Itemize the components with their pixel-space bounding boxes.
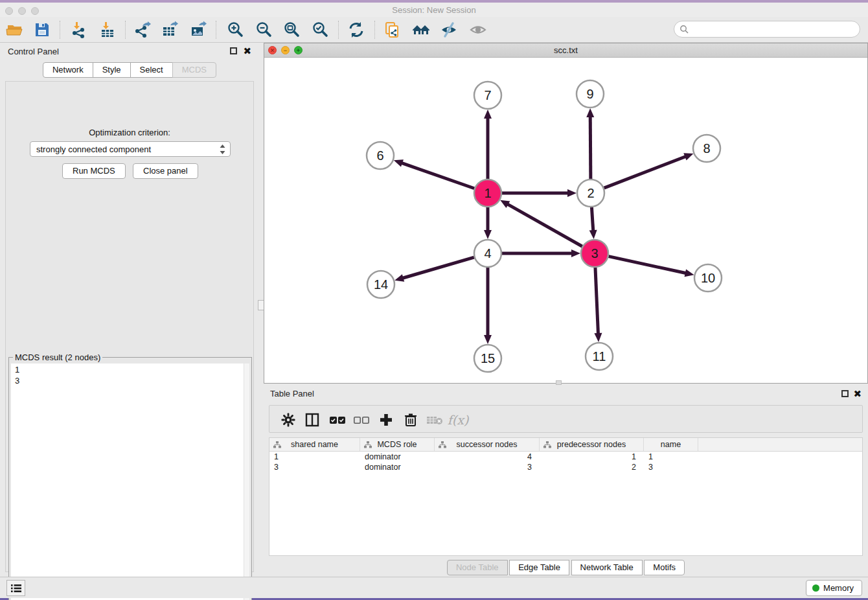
clone-network-icon[interactable]: [383, 20, 402, 40]
graph-node-label: 15: [481, 351, 495, 365]
graph-edge-2-8[interactable]: [604, 153, 694, 188]
memory-button[interactable]: Memory: [806, 580, 862, 596]
export-image-icon[interactable]: [188, 20, 208, 40]
tab-network[interactable]: Network: [43, 62, 93, 78]
column-header-mcds-role[interactable]: MCDS role: [360, 438, 435, 451]
graph-node-11[interactable]: 11: [586, 343, 613, 370]
graph-node-label: 7: [484, 88, 491, 102]
deselect-all-icon[interactable]: [352, 410, 371, 430]
refresh-layout-icon[interactable]: [347, 20, 366, 40]
mcds-result-group: MCDS result (2 nodes) 1 3: [8, 357, 252, 600]
edge-arrowhead: [683, 153, 693, 160]
import-table-icon[interactable]: [98, 20, 117, 40]
graph-edge-3-10[interactable]: [608, 257, 694, 277]
control-panel-float-icon[interactable]: [230, 47, 237, 54]
table-cell[interactable]: dominator: [360, 462, 435, 472]
table-cell[interactable]: 3: [269, 462, 360, 472]
graph-node-7[interactable]: 7: [474, 82, 501, 109]
select-all-icon[interactable]: [328, 410, 347, 430]
graph-node-9[interactable]: 9: [577, 80, 604, 108]
graph-edge-2-3[interactable]: [589, 207, 597, 239]
edge-arrowhead: [589, 230, 597, 239]
table-panel-float-icon[interactable]: [841, 390, 849, 397]
column-header-shared-name[interactable]: shared name: [269, 438, 360, 451]
table-cell[interactable]: 3: [644, 462, 698, 472]
network-canvas[interactable]: 7968124314101511: [264, 58, 867, 383]
control-panel-title: Control Panel: [8, 47, 59, 56]
tab-mcds[interactable]: MCDS: [172, 62, 216, 78]
close-panel-button[interactable]: Close panel: [133, 163, 198, 179]
graph-edge-3-1[interactable]: [500, 200, 582, 246]
graph-edge-1-6[interactable]: [394, 159, 474, 189]
graph-node-4[interactable]: 4: [474, 240, 501, 267]
table-row[interactable]: 3dominator323: [269, 462, 862, 472]
run-mcds-button[interactable]: Run MCDS: [62, 163, 126, 179]
graph-node-label: 9: [586, 87, 593, 101]
column-header-name[interactable]: name: [644, 438, 698, 451]
tab-node-table[interactable]: Node Table: [447, 560, 508, 575]
save-session-icon[interactable]: [32, 20, 52, 40]
toolbar-separator: [374, 21, 375, 39]
zoom-out-icon[interactable]: [254, 20, 273, 40]
graph-edge-1-4[interactable]: [484, 207, 492, 239]
graph-node-3[interactable]: 3: [581, 240, 608, 267]
hide-eye-icon[interactable]: [439, 20, 459, 40]
control-panel-close-icon[interactable]: ✖: [243, 47, 251, 54]
graph-node-10[interactable]: 10: [694, 264, 722, 292]
graph-node-8[interactable]: 8: [693, 135, 720, 162]
table-cell[interactable]: dominator: [360, 452, 435, 462]
pane-divider-handle-horizontal[interactable]: [556, 380, 562, 385]
export-table-icon[interactable]: [160, 20, 179, 40]
column-header-predecessor-nodes[interactable]: predecessor nodes: [540, 438, 644, 451]
graph-edge-2-9[interactable]: [586, 108, 594, 179]
graph-edge-1-7[interactable]: [484, 110, 492, 179]
mcds-result-scrollbar[interactable]: [244, 363, 249, 600]
column-view-icon[interactable]: [303, 410, 322, 430]
edge-arrowhead: [484, 110, 492, 119]
graph-node-label: 4: [484, 246, 491, 260]
network-window-titlebar[interactable]: ✕ − + scc.txt: [264, 43, 867, 58]
table-cell[interactable]: 1: [540, 452, 644, 462]
tab-select[interactable]: Select: [130, 62, 173, 78]
table-cell[interactable]: 2: [540, 462, 644, 472]
import-network-icon[interactable]: [69, 20, 88, 40]
table-row[interactable]: 1dominator411: [269, 452, 862, 462]
graph-node-6[interactable]: 6: [367, 142, 394, 169]
edge-arrowhead: [685, 269, 694, 277]
graph-node-1[interactable]: 1: [474, 179, 501, 207]
task-history-button[interactable]: [6, 580, 25, 596]
table-cell[interactable]: 3: [435, 462, 540, 472]
mcds-result-textarea[interactable]: 1 3: [11, 363, 244, 600]
zoom-fit-icon[interactable]: [282, 20, 301, 40]
graph-edge-3-11[interactable]: [594, 268, 602, 342]
show-eye-icon[interactable]: [468, 20, 488, 40]
home-icon[interactable]: [411, 20, 431, 40]
delete-column-icon[interactable]: [401, 410, 420, 430]
tab-style[interactable]: Style: [93, 62, 131, 78]
optimization-criterion-select[interactable]: strongly connected component: [30, 141, 231, 157]
search-input[interactable]: [674, 21, 860, 38]
graph-node-2[interactable]: 2: [577, 179, 604, 207]
tab-motifs[interactable]: Motifs: [644, 560, 685, 575]
table-panel-close-icon[interactable]: ✖: [853, 390, 862, 397]
graph-edge-1-2[interactable]: [502, 189, 577, 197]
table-cell[interactable]: 1: [644, 452, 698, 462]
add-column-icon[interactable]: [376, 410, 396, 430]
graph-edge-4-3[interactable]: [502, 249, 580, 257]
table-cell[interactable]: 1: [269, 452, 360, 462]
graph-node-14[interactable]: 14: [367, 271, 394, 298]
tab-network-table[interactable]: Network Table: [571, 560, 643, 575]
toolbar-separator: [60, 21, 60, 39]
table-cell[interactable]: 4: [435, 452, 540, 462]
column-header-successor-nodes[interactable]: successor nodes: [435, 438, 540, 451]
open-session-icon[interactable]: [5, 20, 25, 40]
tab-edge-table[interactable]: Edge Table: [509, 560, 569, 575]
settings-gear-icon[interactable]: [279, 410, 298, 430]
export-network-icon[interactable]: [132, 20, 152, 40]
graph-edge-4-14[interactable]: [394, 257, 474, 282]
zoom-in-icon[interactable]: [225, 20, 245, 40]
graph-node-15[interactable]: 15: [474, 345, 501, 372]
graph-edge-4-15[interactable]: [484, 268, 492, 344]
zoom-selected-icon[interactable]: [310, 20, 330, 40]
search-field[interactable]: [674, 21, 860, 38]
